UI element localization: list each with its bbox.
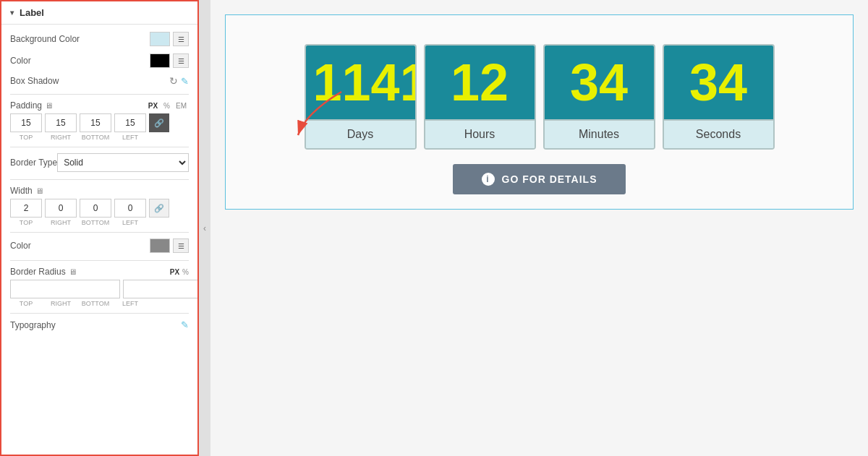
br-top-label: TOP (10, 300, 42, 307)
countdown-minutes-label: Minutes (545, 119, 654, 148)
countdown-seconds-label: Seconds (664, 119, 773, 148)
go-button-row: i GO FOR DETAILS (240, 164, 838, 194)
typography-row: Typography ✎ (10, 319, 189, 330)
arrow-annotation (284, 85, 370, 142)
border-color-row: Color ☰ (10, 238, 189, 253)
br-percent-unit[interactable]: % (182, 268, 189, 276)
background-color-row: Background Color ☰ (10, 32, 189, 46)
width-sublabels: TOP RIGHT BOTTOM LEFT (10, 219, 189, 226)
width-monitor-icon: 🖥 (35, 186, 43, 195)
border-color-swatch[interactable] (150, 238, 170, 253)
background-color-label: Background Color (10, 34, 80, 44)
padding-unit-group: PX % EM (146, 101, 189, 111)
width-link-button[interactable]: 🔗 (149, 199, 169, 218)
padding-left-input[interactable]: 15 (114, 113, 146, 132)
border-type-label: Border Type (10, 158, 57, 168)
countdown-hours-value: 12 (425, 46, 535, 119)
divider-5 (10, 260, 189, 261)
border-radius-label-group: Border Radius 🖥 (10, 267, 77, 277)
em-unit[interactable]: EM (174, 101, 189, 111)
chevron-down-icon: ▾ (10, 9, 14, 17)
panel-resize-handle[interactable]: ‹ (199, 0, 210, 456)
padding-bottom-label: BOTTOM (80, 134, 111, 141)
box-shadow-controls: ↻ ✎ (169, 75, 189, 87)
border-color-stack-icon[interactable]: ☰ (173, 238, 189, 253)
border-color-label: Color (10, 241, 31, 251)
countdown-hours-label: Hours (425, 119, 535, 148)
main-canvas: 1141 Days 12 Hours 34 Minutes 34 Seconds (210, 0, 868, 456)
width-top-label: TOP (10, 219, 42, 226)
info-icon: i (482, 173, 495, 186)
color-stack-icon[interactable]: ☰ (173, 53, 189, 68)
countdown-seconds-item: 34 Seconds (663, 44, 775, 150)
divider-1 (10, 94, 189, 95)
border-radius-label: Border Radius (10, 267, 66, 277)
background-color-swatch[interactable] (150, 32, 170, 46)
typography-label: Typography (10, 320, 56, 330)
padding-label-group: Padding 🖥 (10, 100, 53, 111)
width-left-input[interactable] (114, 199, 146, 218)
box-shadow-label: Box Shadow (10, 76, 59, 86)
width-bottom-input[interactable] (80, 199, 111, 218)
width-right-label: RIGHT (45, 219, 77, 226)
width-section: Width 🖥 🔗 TOP RIGHT BOTTOM LEFT (10, 186, 189, 226)
background-color-controls: ☰ (150, 32, 189, 46)
padding-label: Padding (10, 100, 42, 111)
divider-6 (10, 313, 189, 314)
padding-bottom-input[interactable]: 15 (80, 113, 111, 132)
padding-sublabels: TOP RIGHT BOTTOM LEFT (10, 134, 189, 141)
border-radius-label-row: Border Radius 🖥 PX % (10, 267, 189, 277)
width-left-label: LEFT (114, 219, 146, 226)
refresh-icon[interactable]: ↻ (169, 75, 178, 87)
background-color-stack-icon[interactable]: ☰ (173, 32, 189, 46)
panel-title: Label (20, 7, 44, 18)
width-top-input[interactable] (10, 199, 42, 218)
padding-inputs: 15 15 15 15 🔗 (10, 113, 189, 132)
border-radius-sublabels: TOP RIGHT BOTTOM LEFT (10, 300, 189, 307)
panel-body: Background Color ☰ Color ☰ Box Shadow ↻ … (1, 25, 197, 345)
border-radius-right-input[interactable] (123, 280, 199, 298)
typography-pen-icon[interactable]: ✎ (181, 319, 189, 330)
countdown-seconds-value: 34 (664, 46, 773, 119)
divider-2 (10, 147, 189, 147)
width-inputs: 🔗 (10, 199, 189, 218)
monitor-icon: 🖥 (45, 101, 53, 110)
br-right-label: RIGHT (45, 300, 77, 307)
color-controls: ☰ (150, 53, 189, 68)
color-swatch[interactable] (150, 53, 170, 68)
color-label: Color (10, 56, 31, 66)
width-label-row: Width 🖥 (10, 186, 189, 196)
go-for-details-button[interactable]: i GO FOR DETAILS (453, 164, 626, 194)
border-radius-units: PX % (170, 268, 189, 276)
border-color-controls: ☰ (150, 238, 189, 253)
br-px-unit[interactable]: PX (170, 268, 179, 276)
divider-3 (10, 179, 189, 180)
padding-section: Padding 🖥 PX % EM 15 15 15 15 🔗 TOP RIGH… (10, 100, 189, 141)
padding-label-row: Padding 🖥 PX % EM (10, 100, 189, 111)
color-row: Color ☰ (10, 53, 189, 68)
padding-link-button[interactable]: 🔗 (149, 113, 169, 132)
border-radius-top-input[interactable] (10, 280, 120, 298)
br-bottom-label: BOTTOM (80, 300, 111, 307)
countdown-hours-item: 12 Hours (424, 44, 536, 150)
width-label: Width (10, 186, 33, 196)
countdown-minutes-item: 34 Minutes (543, 44, 655, 150)
padding-left-label: LEFT (114, 134, 146, 141)
border-radius-inputs: 🔗 (10, 280, 189, 298)
border-type-select[interactable]: Solid None Dashed Dotted Double (57, 153, 189, 172)
go-button-label: GO FOR DETAILS (502, 173, 597, 185)
px-unit[interactable]: PX (146, 101, 160, 111)
percent-unit[interactable]: % (161, 101, 172, 111)
padding-right-input[interactable]: 15 (45, 113, 77, 132)
box-shadow-row: Box Shadow ↻ ✎ (10, 75, 189, 87)
padding-top-input[interactable]: 15 (10, 113, 42, 132)
border-type-row: Border Type Solid None Dashed Dotted Dou… (10, 153, 189, 172)
width-right-input[interactable] (45, 199, 77, 218)
padding-right-label: RIGHT (45, 134, 77, 141)
canvas-inner: 1141 Days 12 Hours 34 Minutes 34 Seconds (225, 14, 854, 210)
panel-header: ▾ Label (1, 1, 197, 25)
countdown-minutes-value: 34 (545, 46, 654, 119)
properties-panel: ▾ Label Background Color ☰ Color ☰ Box S… (0, 0, 199, 456)
border-radius-section: Border Radius 🖥 PX % 🔗 TOP RIGHT BOTTOM (10, 267, 189, 307)
pen-icon[interactable]: ✎ (181, 76, 189, 87)
